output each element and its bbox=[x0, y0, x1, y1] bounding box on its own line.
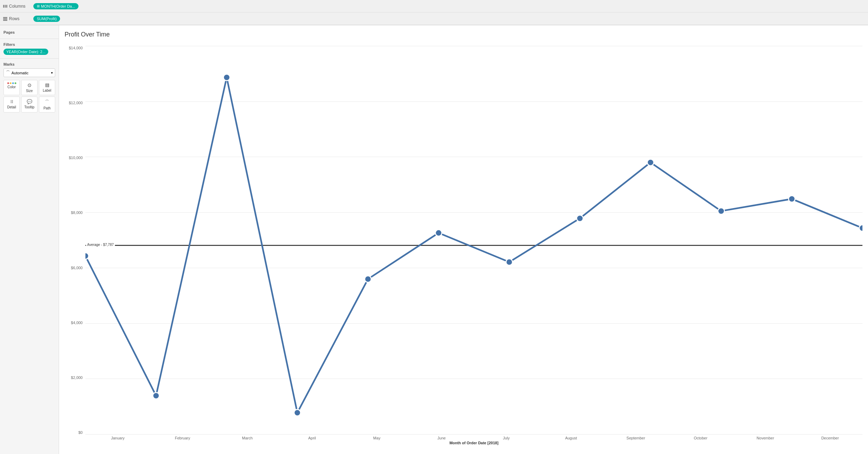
y-label-12000: $12,000 bbox=[69, 101, 83, 105]
detail-icon: ⁞⁞ bbox=[10, 99, 13, 104]
columns-pill-label: MONTH(Order Da... bbox=[41, 4, 75, 8]
svg-point-14 bbox=[577, 215, 583, 222]
marks-type-dropdown[interactable]: ⌒ Automatic ▾ bbox=[3, 68, 55, 77]
svg-rect-5 bbox=[3, 20, 7, 21]
columns-text: Columns bbox=[9, 4, 25, 9]
marks-path-label: Path bbox=[43, 106, 51, 110]
x-label-aug: August bbox=[539, 436, 604, 440]
size-icon: ⊙ bbox=[27, 82, 32, 88]
rows-pill[interactable]: SUM(Profit) bbox=[33, 16, 60, 22]
calendar-icon: ⊞ bbox=[37, 4, 40, 8]
x-label-nov: November bbox=[733, 436, 798, 440]
marks-label-label: Label bbox=[43, 89, 51, 92]
svg-rect-3 bbox=[3, 17, 7, 18]
rows-label: Rows bbox=[3, 16, 31, 21]
x-label-jul: July bbox=[474, 436, 539, 440]
svg-rect-1 bbox=[5, 5, 6, 8]
chart-title: Profit Over Time bbox=[65, 31, 862, 38]
svg-point-10 bbox=[294, 410, 301, 416]
x-axis: January February March April May June Ju… bbox=[85, 435, 862, 448]
marks-size-label: Size bbox=[26, 89, 33, 93]
columns-pill[interactable]: ⊞ MONTH(Order Da... bbox=[33, 3, 78, 9]
pages-title: Pages bbox=[3, 30, 55, 34]
chart-container: $14,000 $12,000 $10,000 $8,000 $6,000 $4… bbox=[65, 42, 862, 448]
marks-section: Marks ⌒ Automatic ▾ Color bbox=[0, 60, 59, 115]
y-label-14000: $14,000 bbox=[69, 46, 83, 50]
x-label-mar: March bbox=[215, 436, 280, 440]
svg-point-18 bbox=[859, 225, 862, 231]
tooltip-icon: 💬 bbox=[27, 99, 32, 104]
sidebar: Pages Filters YEAR(Order Date): 2... Mar… bbox=[0, 25, 59, 454]
line-chart-svg bbox=[85, 46, 862, 435]
chart-area: Profit Over Time $14,000 $12,000 $10,000… bbox=[59, 25, 868, 454]
svg-point-13 bbox=[506, 259, 512, 265]
svg-point-11 bbox=[365, 276, 371, 282]
columns-label: Columns bbox=[3, 4, 31, 9]
x-label-dec: December bbox=[798, 436, 863, 440]
y-label-4000: $4,000 bbox=[71, 321, 83, 325]
x-label-feb: February bbox=[150, 436, 215, 440]
marks-size-button[interactable]: ⊙ Size bbox=[21, 80, 37, 95]
svg-rect-2 bbox=[6, 5, 7, 8]
svg-point-7 bbox=[85, 253, 89, 259]
rows-text: Rows bbox=[9, 16, 19, 21]
svg-point-12 bbox=[435, 230, 442, 236]
marks-color-label: Color bbox=[8, 85, 16, 89]
top-bar: Columns ⊞ MONTH(Order Da... Rows SUM(Pro… bbox=[0, 0, 868, 25]
chart-inner: Average - $7,787 January February March … bbox=[85, 42, 862, 448]
x-label-may: May bbox=[344, 436, 409, 440]
x-label-apr: April bbox=[280, 436, 345, 440]
rows-pill-label: SUM(Profit) bbox=[37, 17, 57, 21]
filters-section: Filters YEAR(Order Date): 2... bbox=[0, 40, 59, 57]
svg-rect-4 bbox=[3, 18, 7, 19]
svg-point-8 bbox=[153, 393, 159, 399]
x-labels: January February March April May June Ju… bbox=[85, 435, 862, 441]
svg-rect-0 bbox=[3, 5, 4, 8]
average-line-label: Average - $7,787 bbox=[86, 242, 115, 247]
main-area: Pages Filters YEAR(Order Date): 2... Mar… bbox=[0, 25, 868, 454]
marks-label-button[interactable]: ▤ Label bbox=[39, 80, 55, 95]
path-icon: ⌒ bbox=[45, 99, 49, 105]
marks-grid: Color ⊙ Size ▤ Label ⁞⁞ Detail bbox=[3, 80, 55, 113]
marks-path-button[interactable]: ⌒ Path bbox=[39, 97, 55, 113]
color-icon bbox=[7, 82, 16, 84]
y-label-2000: $2,000 bbox=[71, 375, 83, 380]
y-label-8000: $8,000 bbox=[71, 211, 83, 215]
pages-section: Pages bbox=[0, 28, 59, 39]
marks-color-button[interactable]: Color bbox=[3, 80, 20, 95]
y-label-10000: $10,000 bbox=[69, 156, 83, 160]
x-label-jun: June bbox=[409, 436, 474, 440]
filters-title: Filters bbox=[3, 42, 55, 47]
svg-point-16 bbox=[718, 208, 725, 214]
label-icon: ▤ bbox=[45, 82, 49, 88]
marks-type-label: Automatic bbox=[11, 71, 28, 75]
x-label-oct: October bbox=[668, 436, 733, 440]
x-label-sep: September bbox=[603, 436, 668, 440]
y-label-6000: $6,000 bbox=[71, 266, 83, 270]
y-label-0: $0 bbox=[78, 430, 83, 435]
marks-tooltip-button[interactable]: 💬 Tooltip bbox=[21, 97, 37, 113]
svg-point-17 bbox=[788, 196, 795, 202]
average-label-text: Average - $7,787 bbox=[87, 243, 114, 247]
marks-tooltip-label: Tooltip bbox=[24, 105, 34, 109]
x-label-jan: January bbox=[85, 436, 150, 440]
filter-year-pill[interactable]: YEAR(Order Date): 2... bbox=[3, 49, 48, 55]
y-axis: $14,000 $12,000 $10,000 $8,000 $6,000 $4… bbox=[65, 42, 85, 448]
rows-shelf: Rows SUM(Profit) bbox=[0, 13, 868, 25]
marks-title: Marks bbox=[3, 62, 55, 66]
marks-detail-button[interactable]: ⁞⁞ Detail bbox=[3, 97, 20, 113]
svg-point-9 bbox=[224, 74, 230, 81]
columns-shelf: Columns ⊞ MONTH(Order Da... bbox=[0, 0, 868, 13]
x-axis-title: Month of Order Date [2018] bbox=[449, 441, 498, 445]
marks-detail-label: Detail bbox=[7, 105, 16, 109]
svg-point-15 bbox=[647, 159, 654, 166]
